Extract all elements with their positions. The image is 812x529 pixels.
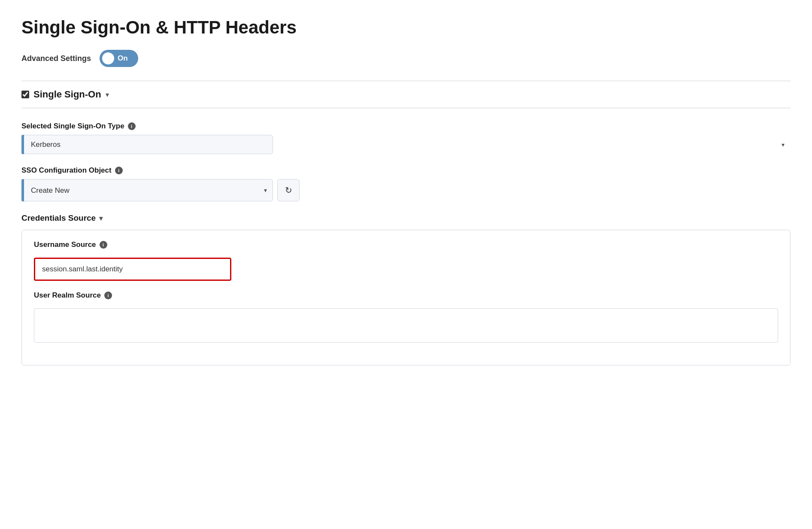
- toggle-label: On: [118, 54, 128, 63]
- sso-type-info-icon[interactable]: i: [128, 122, 136, 130]
- username-source-info-icon[interactable]: i: [100, 241, 107, 249]
- advanced-settings-toggle[interactable]: On: [100, 50, 138, 67]
- user-realm-source-input[interactable]: [34, 308, 778, 343]
- sso-type-group: Selected Single Sign-On Type i Kerberos …: [21, 122, 791, 154]
- username-source-group: Username Source i: [34, 240, 778, 281]
- sso-type-chevron-icon: ▾: [782, 141, 785, 148]
- sso-section-title: Single Sign-On: [33, 89, 101, 100]
- username-source-label-text: Username Source: [34, 240, 96, 249]
- sso-type-select[interactable]: Kerberos: [24, 135, 273, 154]
- user-realm-source-group: User Realm Source i: [34, 291, 778, 343]
- sso-config-label: SSO Configuration Object i: [21, 166, 791, 175]
- sso-config-select-wrapper: Create New ▾: [21, 179, 273, 201]
- advanced-settings-row: Advanced Settings On: [21, 50, 791, 67]
- sso-type-select-wrapper: Kerberos ▾: [21, 135, 791, 154]
- sso-type-label-text: Selected Single Sign-On Type: [21, 122, 124, 131]
- sso-section-body: Selected Single Sign-On Type i Kerberos …: [21, 108, 791, 374]
- user-realm-source-label: User Realm Source i: [34, 291, 778, 300]
- sso-config-info-icon[interactable]: i: [115, 167, 123, 174]
- sso-section-chevron-icon[interactable]: ▾: [106, 91, 109, 99]
- username-source-input[interactable]: [34, 258, 231, 281]
- sso-config-select[interactable]: Create New: [24, 179, 273, 201]
- credentials-title: Credentials Source: [21, 213, 96, 223]
- username-source-label: Username Source i: [34, 240, 778, 249]
- credentials-section: Credentials Source ▾ Username Source i U…: [21, 213, 791, 365]
- sso-config-group: SSO Configuration Object i Create New ▾ …: [21, 166, 791, 201]
- user-realm-source-info-icon[interactable]: i: [104, 292, 112, 299]
- user-realm-source-label-text: User Realm Source: [34, 291, 101, 300]
- toggle-knob: [102, 52, 114, 64]
- sso-section-header: Single Sign-On ▾: [21, 81, 791, 108]
- credentials-chevron-icon[interactable]: ▾: [99, 214, 103, 222]
- sso-config-label-text: SSO Configuration Object: [21, 166, 112, 175]
- sso-section-checkbox[interactable]: [21, 91, 29, 98]
- sso-type-label: Selected Single Sign-On Type i: [21, 122, 791, 131]
- advanced-settings-label: Advanced Settings: [21, 54, 91, 63]
- credentials-header: Credentials Source ▾: [21, 213, 791, 223]
- sso-config-row: Create New ▾ ↻: [21, 179, 791, 201]
- credentials-body: Username Source i User Realm Source i: [21, 230, 791, 365]
- sso-config-refresh-button[interactable]: ↻: [277, 179, 300, 201]
- page-title: Single Sign-On & HTTP Headers: [21, 17, 791, 38]
